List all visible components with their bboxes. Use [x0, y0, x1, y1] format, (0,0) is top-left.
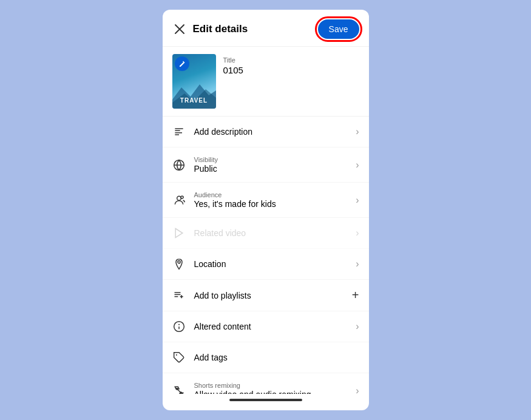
title-value: 0105: [223, 65, 243, 75]
menu-label: Yes, it's made for kids: [194, 199, 348, 209]
menu-content: Altered content: [194, 322, 348, 331]
chevron-icon: ›: [356, 160, 359, 171]
menu-label: Add tags: [194, 353, 359, 362]
menu-sublabel: Visibility: [194, 156, 348, 163]
menu-label: Altered content: [194, 322, 348, 331]
visibility-icon: [172, 158, 186, 172]
menu-content: Location: [194, 259, 348, 269]
svg-point-9: [180, 195, 183, 198]
menu-label: Location: [194, 259, 348, 269]
remix-icon: [172, 384, 186, 395]
edit-icon[interactable]: [175, 56, 189, 71]
svg-point-11: [177, 261, 180, 263]
menu-item-add-description[interactable]: Add description ›: [163, 117, 369, 147]
menu-item-location[interactable]: Location ›: [163, 249, 369, 280]
close-button[interactable]: [172, 22, 187, 36]
modal-title: Edit details: [193, 23, 248, 35]
menu-item-audience[interactable]: Audience Yes, it's made for kids ›: [163, 183, 369, 218]
menu-sublabel: Audience: [194, 191, 348, 198]
edit-details-modal: Edit details Save TRAVEL T: [163, 10, 369, 410]
chevron-icon: ›: [356, 126, 359, 137]
menu-label: Related video: [194, 228, 348, 238]
menu-list: Add description › Visibility Public ›: [163, 117, 369, 394]
thumbnail-label: TRAVEL: [180, 97, 208, 104]
menu-content: Visibility Public: [194, 156, 348, 174]
svg-point-21: [176, 388, 178, 390]
menu-content: Add tags: [194, 353, 359, 362]
audience-icon: [172, 194, 186, 207]
chevron-icon: ›: [356, 195, 359, 206]
chevron-icon: ›: [356, 385, 359, 395]
menu-label: Public: [194, 164, 348, 174]
title-label: Title: [223, 56, 243, 64]
menu-label: Allow video and audio remixing: [194, 390, 348, 394]
chevron-icon: ›: [356, 321, 359, 332]
title-section: Title 0105: [223, 54, 243, 75]
info-icon: [172, 320, 186, 333]
playlist-icon: [172, 289, 186, 302]
home-indicator: [229, 399, 302, 401]
location-icon: [172, 257, 186, 271]
menu-content: Add to playlists: [194, 291, 343, 300]
plus-icon: +: [352, 288, 359, 302]
menu-content: Shorts remixing Allow video and audio re…: [194, 382, 348, 394]
menu-label: Add description: [194, 127, 348, 137]
header-left: Edit details: [172, 22, 248, 36]
description-icon: [172, 125, 186, 138]
play-icon: [172, 226, 186, 240]
thumbnail-wrapper: TRAVEL: [172, 54, 216, 109]
menu-item-related-video: Related video ›: [163, 218, 369, 249]
menu-item-visibility[interactable]: Visibility Public ›: [163, 147, 369, 183]
tag-icon: [172, 351, 186, 364]
menu-label: Add to playlists: [194, 291, 343, 300]
menu-sublabel: Shorts remixing: [194, 382, 348, 389]
menu-item-add-to-playlists[interactable]: Add to playlists +: [163, 280, 369, 311]
menu-item-shorts-remixing[interactable]: Shorts remixing Allow video and audio re…: [163, 373, 369, 394]
menu-item-altered-content[interactable]: Altered content ›: [163, 311, 369, 342]
modal-header: Edit details Save: [163, 10, 369, 47]
chevron-icon: ›: [356, 259, 359, 269]
svg-marker-10: [175, 229, 183, 238]
menu-content: Add description: [194, 127, 348, 137]
menu-content: Audience Yes, it's made for kids: [194, 191, 348, 209]
video-section: TRAVEL Title 0105: [163, 47, 369, 117]
bottom-bar: [163, 394, 369, 410]
save-button[interactable]: Save: [318, 19, 359, 39]
chevron-icon: ›: [356, 228, 359, 239]
svg-point-22: [180, 392, 182, 394]
menu-item-add-tags[interactable]: Add tags: [163, 342, 369, 373]
menu-content: Related video: [194, 228, 348, 238]
